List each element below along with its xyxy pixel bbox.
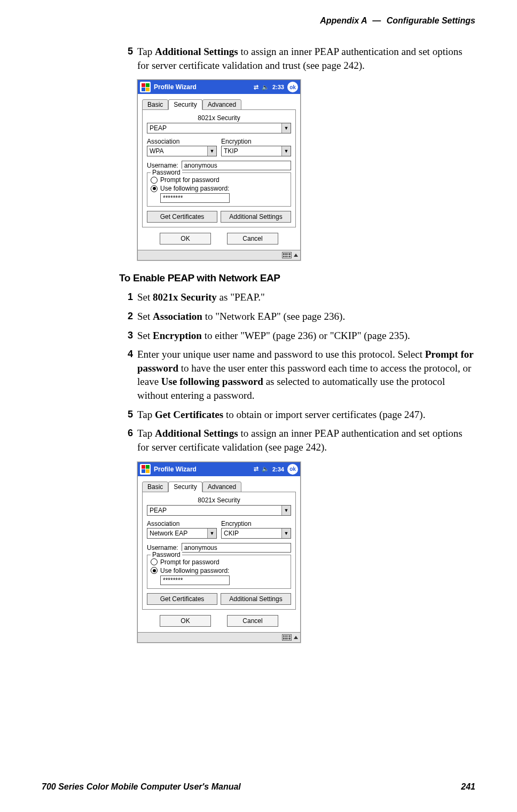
sip-bar bbox=[138, 632, 300, 642]
step-6: 6 Tap Additional Settings to assign an i… bbox=[119, 427, 475, 454]
keyboard-icon[interactable] bbox=[282, 634, 292, 641]
bold: Get Certificates bbox=[155, 409, 223, 420]
username-input[interactable]: anonymous bbox=[182, 543, 291, 553]
8021x-security-combo[interactable]: PEAP ▼ bbox=[147, 505, 291, 516]
encryption-label: Encryption bbox=[221, 138, 291, 145]
8021x-label: 8021x Security bbox=[147, 496, 291, 504]
chevron-down-icon: ▼ bbox=[281, 146, 291, 156]
association-combo[interactable]: Network EAP ▼ bbox=[147, 528, 217, 539]
tab-panel-security: 8021x Security PEAP ▼ Association WPA ▼ bbox=[142, 109, 296, 227]
get-certificates-button[interactable]: Get Certificates bbox=[147, 211, 217, 223]
windows-flag-icon[interactable] bbox=[140, 82, 151, 92]
tab-advanced[interactable]: Advanced bbox=[202, 482, 241, 492]
step-number: 5 bbox=[119, 45, 133, 58]
get-certificates-button[interactable]: Get Certificates bbox=[147, 593, 217, 605]
step-body: Tap Additional Settings to assign an inn… bbox=[137, 45, 475, 72]
footer-left: 700 Series Color Mobile Computer User's … bbox=[42, 782, 241, 792]
text: Tap bbox=[137, 46, 155, 57]
username-input[interactable]: anonymous bbox=[182, 161, 291, 170]
text: Set bbox=[137, 291, 153, 303]
step-body: Set 8021x Security as "PEAP." bbox=[137, 290, 475, 304]
text: Set bbox=[137, 330, 153, 341]
chevron-down-icon: ▼ bbox=[207, 146, 216, 156]
system-tray: ⇄ 🔈 2:33 ok bbox=[254, 82, 298, 92]
radio-label: Prompt for password bbox=[160, 176, 220, 184]
8021x-label: 8021x Security bbox=[147, 114, 291, 122]
step-2: 2 Set Association to "Network EAP" (see … bbox=[119, 310, 475, 324]
radio-label: Use following password: bbox=[160, 185, 229, 192]
step-number: 5 bbox=[119, 408, 133, 421]
username-label: Username: bbox=[147, 544, 178, 551]
cancel-button[interactable]: Cancel bbox=[227, 233, 278, 245]
page-footer: 700 Series Color Mobile Computer User's … bbox=[42, 782, 475, 792]
ok-button[interactable]: ok bbox=[287, 82, 298, 92]
8021x-security-combo[interactable]: PEAP ▼ bbox=[147, 123, 291, 133]
radio-label: Use following password: bbox=[160, 567, 229, 574]
cancel-button[interactable]: Cancel bbox=[227, 615, 278, 627]
password-legend: Password bbox=[151, 551, 182, 558]
windows-flag-icon[interactable] bbox=[140, 464, 151, 475]
combo-value: PEAP bbox=[150, 124, 167, 132]
text: to obtain or import server certificates … bbox=[223, 409, 425, 420]
encryption-combo[interactable]: TKIP ▼ bbox=[221, 146, 291, 156]
radio-prompt-password[interactable]: Prompt for password bbox=[151, 176, 287, 184]
password-input[interactable]: ******** bbox=[160, 193, 230, 203]
heading-enable-peap: To Enable PEAP with Network EAP bbox=[119, 272, 475, 284]
bold-additional-settings: Additional Settings bbox=[155, 46, 238, 57]
keyboard-icon[interactable] bbox=[282, 252, 292, 258]
combo-value: Network EAP bbox=[150, 530, 187, 537]
step-body: Set Association to "Network EAP" (see pa… bbox=[137, 310, 475, 324]
ok-button[interactable]: OK bbox=[160, 615, 211, 627]
tabstrip: Basic Security Advanced bbox=[142, 482, 296, 492]
text: Enter your unique user name and password… bbox=[137, 349, 425, 360]
radio-prompt-password[interactable]: Prompt for password bbox=[151, 558, 287, 566]
radio-icon bbox=[151, 567, 158, 574]
password-legend: Password bbox=[151, 169, 182, 176]
ok-button[interactable]: OK bbox=[160, 233, 211, 245]
combo-value: TKIP bbox=[224, 147, 238, 155]
step-number: 3 bbox=[119, 329, 133, 342]
tab-security[interactable]: Security bbox=[168, 99, 202, 110]
text: to either "WEP" (page 236) or "CKIP" (pa… bbox=[202, 330, 410, 341]
bold: Use following password bbox=[161, 376, 263, 387]
section-label: Configurable Settings bbox=[387, 16, 475, 25]
speaker-icon: 🔈 bbox=[262, 84, 269, 91]
step-5: 5 Tap Get Certificates to obtain or impo… bbox=[119, 408, 475, 422]
bold: Additional Settings bbox=[155, 428, 238, 439]
clock: 2:33 bbox=[272, 84, 284, 90]
appendix-label: Appendix A bbox=[320, 16, 367, 25]
tab-basic[interactable]: Basic bbox=[142, 482, 168, 492]
titlebar: Profile Wizard ⇄ 🔈 2:34 ok bbox=[138, 462, 300, 476]
password-input[interactable]: ******** bbox=[160, 576, 230, 585]
association-label: Association bbox=[147, 520, 217, 527]
encryption-combo[interactable]: CKIP ▼ bbox=[221, 528, 291, 539]
up-arrow-icon[interactable] bbox=[294, 254, 298, 257]
titlebar: Profile Wizard ⇄ 🔈 2:33 ok bbox=[138, 80, 300, 94]
step-number: 1 bbox=[119, 290, 133, 303]
window-body: Basic Security Advanced 8021x Security P… bbox=[138, 94, 300, 250]
window-body: Basic Security Advanced 8021x Security P… bbox=[138, 476, 300, 632]
radio-icon bbox=[151, 558, 158, 565]
association-combo[interactable]: WPA ▼ bbox=[147, 146, 217, 156]
radio-use-password[interactable]: Use following password: bbox=[151, 185, 287, 192]
step-3: 3 Set Encryption to either "WEP" (page 2… bbox=[119, 329, 475, 343]
tab-security[interactable]: Security bbox=[168, 482, 202, 492]
page: Appendix A — Configurable Settings 5 Tap… bbox=[0, 0, 517, 812]
page-number: 241 bbox=[461, 782, 475, 792]
step-number: 2 bbox=[119, 310, 133, 322]
password-fieldset: Password Prompt for password Use followi… bbox=[147, 172, 291, 207]
tab-advanced[interactable]: Advanced bbox=[202, 99, 241, 110]
up-arrow-icon[interactable] bbox=[294, 636, 298, 639]
speaker-icon: 🔈 bbox=[262, 466, 269, 472]
step-1: 1 Set 8021x Security as "PEAP." bbox=[119, 290, 475, 304]
username-label: Username: bbox=[147, 162, 178, 169]
additional-settings-button[interactable]: Additional Settings bbox=[221, 211, 291, 223]
radio-use-password[interactable]: Use following password: bbox=[151, 567, 287, 574]
ok-button[interactable]: ok bbox=[287, 464, 298, 475]
password-fieldset: Password Prompt for password Use followi… bbox=[147, 555, 291, 589]
additional-settings-button[interactable]: Additional Settings bbox=[221, 593, 291, 605]
radio-icon bbox=[151, 185, 158, 192]
association-label: Association bbox=[147, 138, 217, 145]
radio-label: Prompt for password bbox=[160, 558, 220, 566]
tab-basic[interactable]: Basic bbox=[142, 99, 168, 110]
